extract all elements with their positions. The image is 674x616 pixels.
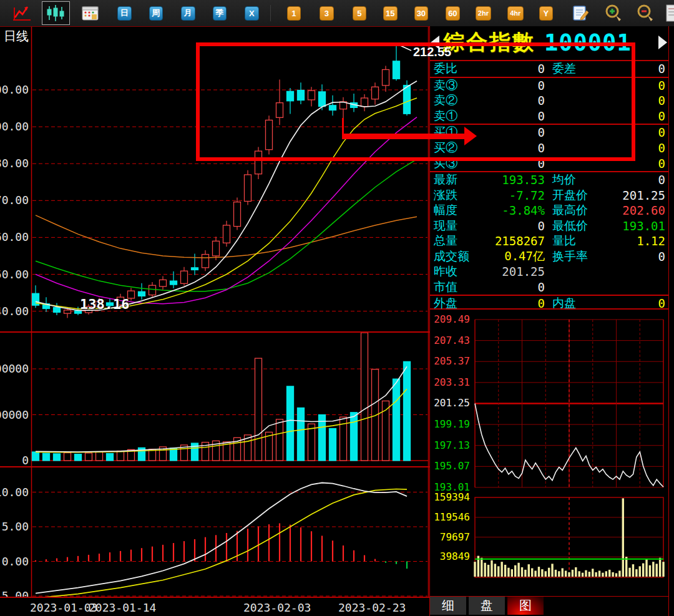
quote-row: 委比0委差0 [430, 61, 668, 77]
quote-label: 委差 [545, 61, 617, 77]
period-button-季[interactable]: 季 [213, 6, 227, 21]
zoom-in-icon[interactable] [604, 4, 623, 22]
svg-text:90.00: 90.00 [0, 120, 29, 133]
quote-value: 201.25 [617, 188, 668, 202]
line-chart-icon[interactable] [12, 4, 32, 22]
quote-row: 最新193.53均价0 [430, 171, 668, 188]
volume-bars [32, 333, 411, 461]
period-button-60[interactable]: 60 [446, 6, 460, 21]
intraday-svg [430, 308, 668, 595]
quote-label: 总量 [430, 233, 489, 249]
partial-doc-icon[interactable] [665, 4, 674, 22]
quote-row: 卖①00 [430, 109, 668, 124]
quote-label: 卖① [430, 108, 489, 124]
toolbar: 日周月季X1351530602hr4hrY [0, 0, 674, 26]
quote-value: 0 [489, 109, 545, 123]
calendar-icon[interactable] [82, 6, 99, 21]
quote-value: 2158267 [489, 234, 545, 248]
quote-value: 0 [617, 141, 668, 155]
quote-row: 昨收201.25 [430, 264, 668, 280]
period-button-2hr[interactable]: 2hr [476, 6, 491, 21]
quote-panel: 綜合指數 100001 委比0委差0卖③00卖②00卖①00买①00买②00买③… [429, 26, 669, 616]
quote-value: -7.72 [489, 188, 545, 202]
annotation-arrow-head-icon [464, 127, 477, 145]
tab-盘[interactable]: 盘 [469, 597, 505, 615]
quote-value: 201.25 [489, 265, 545, 278]
quote-label: 现量 [430, 218, 489, 234]
quote-value: 0 [489, 62, 545, 76]
quote-label: 最新 [430, 172, 489, 188]
zoom-out-icon[interactable] [636, 4, 655, 22]
quote-row: 买③00 [430, 155, 668, 171]
date-axis: 2023-01-03 2023-01-14 2023-02-03 2023-02… [0, 597, 429, 616]
quote-row: 总量2158267量比1.12 [430, 233, 668, 249]
quote-value: 193.01 [617, 219, 668, 233]
quote-label: 买③ [430, 155, 489, 172]
edit-note-icon[interactable] [572, 5, 590, 22]
ma-line-yellow [36, 98, 417, 309]
period-button-日[interactable]: 日 [117, 6, 132, 21]
candlestick-pane[interactable]: 日线 138.16 00.0090.0080.0070.0060.0050.00… [0, 27, 429, 333]
stock-name: 綜合指數 [443, 28, 535, 57]
quote-label: 换手率 [545, 248, 617, 265]
period-button-30[interactable]: 30 [414, 6, 429, 21]
quote-value: 0 [617, 94, 668, 107]
quote-row: 涨跌-7.72开盘价201.25 [430, 187, 668, 203]
period-button-X[interactable]: X [245, 6, 259, 21]
date-label: 2023-02-23 [338, 601, 406, 614]
quote-value: 0 [617, 109, 668, 123]
quote-row: 幅度-3.84%最高价202.60 [430, 203, 668, 218]
period-mode-label: 日线 [4, 28, 29, 45]
svg-text:70.00: 70.00 [0, 193, 29, 207]
quote-label: 卖③ [430, 77, 489, 94]
svg-text:0: 0 [22, 454, 29, 467]
quote-value: 0 [617, 173, 668, 187]
candlestick-svg: 00.0090.0080.0070.0060.0050.0040.00 [0, 27, 429, 333]
macd-pane[interactable]: 10.005.000.00-5.00 [0, 467, 429, 597]
period-button-Y[interactable]: Y [539, 6, 554, 21]
quote-label: 市值 [430, 279, 489, 295]
quote-value: 0 [489, 219, 545, 233]
quote-label: 量比 [545, 233, 617, 249]
volume-pane[interactable]: 00000000000 [0, 333, 429, 467]
annotation-arrow-shaft [342, 134, 466, 139]
period-button-5[interactable]: 5 [353, 6, 367, 21]
svg-text:10.00: 10.00 [0, 486, 29, 499]
next-stock-arrow-icon[interactable] [658, 36, 667, 49]
quote-row: 卖③00 [430, 77, 668, 94]
macd-histogram [36, 523, 407, 569]
period-button-月[interactable]: 月 [181, 6, 195, 21]
intraday-chart[interactable]: 209.49207.43205.37203.31201.25199.19197.… [430, 308, 668, 595]
macd-dif-line [36, 483, 407, 594]
svg-text:5.00: 5.00 [2, 520, 29, 533]
date-label: 2023-01-03 [30, 601, 97, 614]
quote-row: 现量0最低价193.01 [430, 218, 668, 233]
quote-value: 0 [489, 157, 545, 170]
period-button-4hr[interactable]: 4hr [507, 6, 523, 21]
quote-label: 昨收 [430, 263, 489, 280]
date-label: 2023-01-14 [89, 601, 156, 614]
candlestick-icon[interactable] [42, 1, 70, 25]
period-button-15[interactable]: 15 [383, 6, 398, 21]
svg-text:00000: 00000 [0, 408, 29, 421]
period-button-周[interactable]: 周 [149, 6, 164, 21]
tab-细[interactable]: 细 [430, 597, 466, 615]
period-button-1[interactable]: 1 [287, 6, 301, 21]
quote-value: 0 [617, 250, 668, 263]
quote-label: 成交额 [430, 248, 489, 265]
svg-text:00.00: 00.00 [0, 83, 29, 96]
quote-value: 202.60 [617, 203, 668, 217]
quote-value: 0 [489, 125, 545, 139]
quote-value: 0 [489, 94, 545, 107]
tab-图[interactable]: 图 [507, 597, 544, 615]
period-button-3[interactable]: 3 [320, 6, 334, 21]
quote-label: 涨跌 [430, 187, 489, 203]
high-price-label: 212.55 [413, 45, 451, 59]
quote-label: 最低价 [545, 218, 617, 234]
svg-text:60.00: 60.00 [0, 230, 29, 243]
macd-svg: 10.005.000.00-5.00 [0, 467, 429, 597]
quote-value: 0 [489, 280, 545, 294]
quote-row: 卖②00 [430, 93, 668, 109]
volume-svg: 00000000000 [0, 333, 429, 467]
kline-chart-region: 日线 138.16 00.0090.0080.0070.0060.0050.00… [0, 26, 429, 616]
